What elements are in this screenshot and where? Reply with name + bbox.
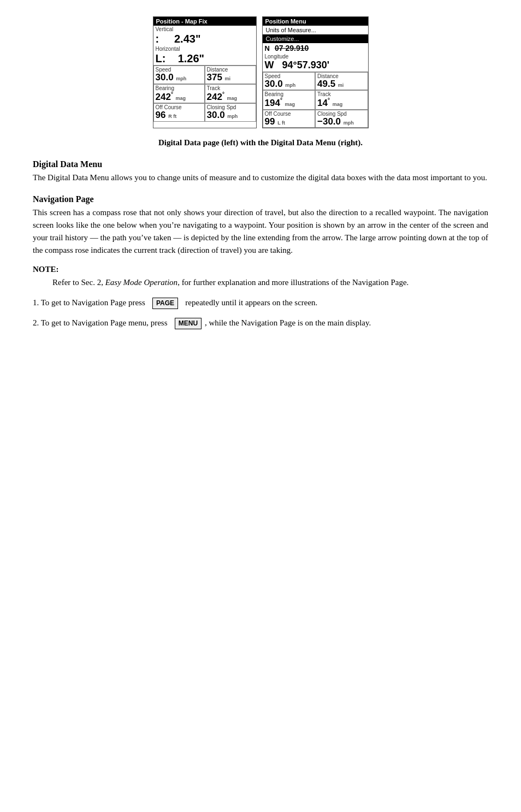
para2-key: MENU bbox=[175, 318, 202, 329]
menu-item-units[interactable]: Units of Measure... bbox=[263, 26, 368, 34]
north-label: N bbox=[265, 44, 270, 52]
right-track-cell: Track 14° mag bbox=[315, 90, 368, 109]
left-bearing-value: 242° mag bbox=[156, 91, 203, 102]
left-track-label: Track bbox=[207, 85, 254, 91]
right-panel: Position Menu Units of Measure... Custom… bbox=[262, 16, 369, 128]
left-closingspd-value: 30.0 mph bbox=[207, 110, 254, 121]
left-bearing-cell: Bearing 242° mag bbox=[153, 84, 205, 103]
lon-prefix: W bbox=[265, 60, 274, 70]
para2: 2. To get to Navigation Page menu, press… bbox=[33, 317, 488, 329]
right-bearing-cell: Bearing 194° mag bbox=[263, 90, 316, 109]
left-speed-unit: mph bbox=[176, 76, 186, 81]
left-panel: Position - Map Fix Vertical : 2.43" Hori… bbox=[153, 16, 257, 128]
menu-item-customize[interactable]: Customize... bbox=[263, 34, 368, 43]
right-offcourse-value: 99 L ft bbox=[265, 117, 313, 127]
left-offcourse-unit: R ft bbox=[168, 114, 176, 119]
left-distance-cell: Distance 375 mi bbox=[205, 66, 256, 84]
screenshot-area: Position - Map Fix Vertical : 2.43" Hori… bbox=[33, 16, 488, 128]
right-closingspd-cell: Closing Spd −30.0 mph bbox=[315, 110, 368, 128]
left-bearing-unit: mag bbox=[176, 95, 186, 100]
right-bearing-label: Bearing bbox=[265, 91, 313, 97]
horizontal-label: Horizontal bbox=[153, 45, 256, 52]
horizontal-number: 1.26" bbox=[178, 52, 204, 64]
north-row: N 07 29.910 bbox=[263, 43, 368, 53]
left-track-unit: mag bbox=[227, 95, 238, 100]
right-data-grid: Speed 30.0 mph Distance 49.5 mi Be bbox=[263, 72, 368, 128]
para1-key: PAGE bbox=[152, 298, 178, 309]
right-panel-title: Position Menu bbox=[263, 17, 368, 26]
note-label: NOTE: bbox=[33, 265, 488, 274]
para1: 1. To get to Navigation Page press PAGE … bbox=[33, 297, 488, 309]
para1-after: repeatedly until it appears on the scree… bbox=[185, 298, 317, 307]
left-speed-cell: Speed 30.0 mph bbox=[153, 66, 205, 84]
left-data-grid: Speed 30.0 mph Distance 375 mi Bea bbox=[153, 65, 256, 122]
figure-caption: Digital Data page (left) with the Digita… bbox=[33, 138, 488, 147]
left-distance-unit: mi bbox=[225, 76, 231, 81]
left-bearing-label: Bearing bbox=[156, 85, 203, 91]
vertical-value: : 2.43" bbox=[153, 32, 256, 45]
left-track-value: 242° mag bbox=[207, 91, 254, 102]
right-closingspd-unit: mph bbox=[344, 120, 354, 126]
left-track-cell: Track 242° mag bbox=[205, 84, 256, 103]
digital-data-menu-body: The Digital Data Menu allows you to chan… bbox=[33, 171, 488, 184]
note-body: Refer to Sec. 2, Easy Mode Operation, fo… bbox=[52, 276, 488, 289]
left-closingspd-unit: mph bbox=[227, 114, 238, 119]
north-value: 07 29.910 bbox=[275, 44, 309, 52]
para2-before: 2. To get to Navigation Page menu, press bbox=[33, 318, 168, 327]
right-bearing-unit: mag bbox=[285, 102, 295, 107]
right-offcourse-cell: Off Course 99 L ft bbox=[263, 110, 316, 128]
right-distance-cell: Distance 49.5 mi bbox=[315, 72, 368, 91]
left-speed-value: 30.0 mph bbox=[156, 73, 203, 83]
left-closingspd-cell: Closing Spd 30.0 mph bbox=[205, 103, 256, 122]
longitude-value: W 94°57.930' bbox=[263, 60, 368, 72]
right-speed-unit: mph bbox=[285, 82, 295, 88]
right-bearing-value: 194° mag bbox=[265, 97, 313, 108]
right-track-label: Track bbox=[317, 91, 366, 97]
right-distance-value: 49.5 mi bbox=[317, 79, 366, 90]
page-container: Position - Map Fix Vertical : 2.43" Hori… bbox=[33, 16, 488, 329]
right-distance-unit: mi bbox=[338, 82, 344, 88]
right-track-unit: mag bbox=[333, 102, 343, 107]
vertical-label: Vertical bbox=[153, 26, 256, 32]
left-panel-title: Position - Map Fix bbox=[153, 17, 256, 26]
right-closingspd-value: −30.0 mph bbox=[317, 117, 366, 127]
right-offcourse-unit: L ft bbox=[277, 120, 285, 126]
left-offcourse-value: 96 R ft bbox=[156, 110, 203, 121]
left-distance-value: 375 mi bbox=[207, 73, 254, 83]
longitude-label: Longitude bbox=[263, 53, 368, 60]
right-track-value: 14° mag bbox=[317, 97, 366, 108]
navigation-page-body: This screen has a compass rose that not … bbox=[33, 206, 488, 257]
para2-after: , while the Navigation Page is on the ma… bbox=[205, 318, 371, 327]
lon-number: 94°57.930' bbox=[282, 60, 330, 70]
digital-data-menu-heading: Digital Data Menu bbox=[33, 159, 488, 169]
right-speed-cell: Speed 30.0 mph bbox=[263, 72, 316, 91]
vertical-prefix: : bbox=[156, 33, 159, 45]
horizontal-value: L: 1.26" bbox=[153, 52, 256, 65]
horizontal-prefix: L: bbox=[156, 52, 166, 64]
left-offcourse-cell: Off Course 96 R ft bbox=[153, 103, 205, 122]
vertical-number: 2.43" bbox=[174, 33, 200, 45]
navigation-page-heading: Navigation Page bbox=[33, 194, 488, 204]
para1-before: 1. To get to Navigation Page press bbox=[33, 298, 145, 307]
note-italic: Easy Mode Operation bbox=[105, 278, 177, 287]
right-speed-value: 30.0 mph bbox=[265, 79, 313, 90]
